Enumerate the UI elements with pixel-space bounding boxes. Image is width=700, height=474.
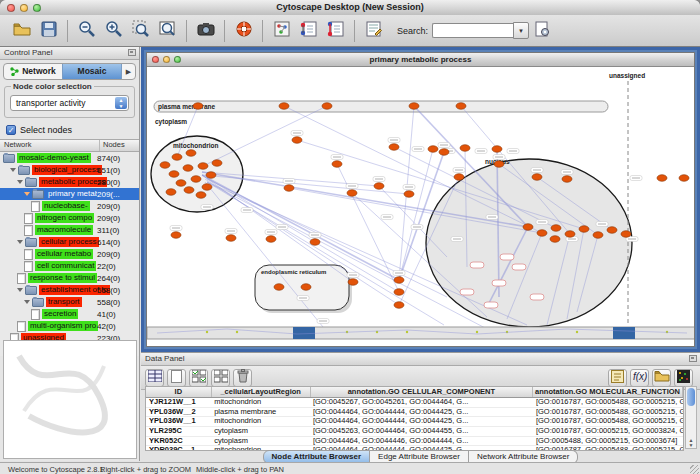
select-nodes-checkbox[interactable]: ✓ bbox=[6, 125, 16, 135]
table-cell[interactable]: [GO:0005488, GO:0005215, GO:0003674] bbox=[533, 437, 683, 446]
network-node[interactable] bbox=[198, 163, 208, 170]
network-node[interactable] bbox=[169, 171, 179, 178]
network-node[interactable] bbox=[284, 185, 294, 192]
table-row[interactable]: YPL036W__2plasma membrane[GO:0044464, GO… bbox=[146, 408, 683, 418]
function-builder-button[interactable]: f(x) bbox=[630, 369, 649, 387]
tree-row-cell-communicat[interactable]: cell communicat22(0) bbox=[0, 260, 139, 272]
network-node[interactable] bbox=[565, 231, 575, 238]
search-input[interactable] bbox=[432, 23, 513, 38]
table-cell[interactable]: [GO:0016787, GO:0005488, GO:0005215, G..… bbox=[533, 398, 683, 407]
network-node[interactable] bbox=[523, 224, 533, 231]
expander-icon[interactable] bbox=[24, 300, 30, 304]
tree-row-primary-metabo[interactable]: primary metabo209(... bbox=[0, 188, 139, 200]
network-node[interactable] bbox=[394, 289, 404, 296]
table-cell[interactable]: YPL036W__2 bbox=[146, 408, 211, 417]
search-dropdown-button[interactable]: ▼ bbox=[513, 22, 529, 39]
network-node[interactable] bbox=[456, 103, 466, 110]
table-row[interactable]: YPL036W__1mitochondrion[GO:0044464, GO:0… bbox=[146, 417, 683, 427]
network-node[interactable] bbox=[374, 183, 384, 190]
tree-col-network[interactable]: Network bbox=[0, 140, 100, 151]
node-attribute-tool-button[interactable] bbox=[296, 18, 321, 43]
network-node[interactable] bbox=[550, 236, 560, 243]
network-node[interactable] bbox=[347, 190, 357, 197]
network-node[interactable] bbox=[579, 226, 589, 233]
network-node[interactable] bbox=[404, 191, 414, 198]
network-node[interactable] bbox=[183, 165, 193, 172]
table-cell[interactable]: mitochondrion bbox=[211, 398, 310, 407]
table-cell[interactable]: [GO:0044464, GO:0044444, GO:0044425, G..… bbox=[310, 417, 533, 426]
node-color-combobox[interactable]: transporter activity ▲▼ bbox=[10, 95, 129, 111]
table-cell[interactable]: [GO:0045267, GO:0045261, GO:0044464, G..… bbox=[310, 398, 533, 407]
network-node[interactable] bbox=[439, 149, 449, 156]
table-cell[interactable]: [GO:0045263, GO:0044464, GO:0044455, G..… bbox=[310, 427, 533, 436]
tab-scroll-right-button[interactable]: ▶ bbox=[122, 68, 135, 76]
table-cell[interactable]: cytoplasm bbox=[211, 427, 310, 436]
zoom-fit-button[interactable] bbox=[155, 18, 180, 43]
table-cell[interactable]: YKR052C bbox=[146, 437, 211, 446]
table-row[interactable]: YLR295Ccytoplasm[GO:0045263, GO:0044464,… bbox=[146, 427, 683, 437]
network-node[interactable] bbox=[191, 176, 201, 183]
network-node[interactable] bbox=[206, 172, 216, 179]
edge-attribute-tool-button[interactable] bbox=[323, 18, 348, 43]
network-node[interactable] bbox=[460, 145, 470, 152]
table-cell[interactable]: YLR295C bbox=[146, 427, 211, 436]
network-node[interactable] bbox=[212, 160, 222, 167]
tree-row-biological-process[interactable]: biological_process651(0) bbox=[0, 164, 139, 176]
tree-row-nitrogen-compo[interactable]: nitrogen compo209(0) bbox=[0, 212, 139, 224]
tree-row-transport[interactable]: transport558(0) bbox=[0, 296, 139, 308]
network-node[interactable] bbox=[562, 176, 572, 183]
expander-icon[interactable] bbox=[17, 288, 23, 292]
network-node[interactable] bbox=[160, 162, 170, 169]
tree-row-metabolic-process[interactable]: metabolic process280(0) bbox=[0, 176, 139, 188]
network-node[interactable] bbox=[389, 144, 399, 151]
network-node[interactable] bbox=[332, 161, 342, 168]
network-node[interactable] bbox=[292, 137, 302, 144]
tree-row-secretion[interactable]: secretion41(0) bbox=[0, 308, 139, 320]
open-file-button[interactable] bbox=[9, 18, 34, 43]
expander-icon[interactable] bbox=[17, 180, 23, 184]
expander-icon[interactable] bbox=[17, 240, 23, 244]
table-row[interactable]: YKR052Ccytoplasm[GO:0044464, GO:0044446,… bbox=[146, 437, 683, 447]
delete-attribute-button[interactable] bbox=[233, 369, 252, 387]
table-cell[interactable]: [GO:0044464, GO:0044446, GO:0044444, G..… bbox=[310, 437, 533, 446]
tree-row-response-to-stimul[interactable]: response to stimul264(0) bbox=[0, 272, 139, 284]
tab-network[interactable]: Network bbox=[4, 64, 62, 79]
import-attributes-button[interactable] bbox=[652, 369, 671, 387]
table-scrollbar[interactable]: ▲▼ bbox=[685, 386, 697, 449]
network-node[interactable] bbox=[492, 146, 502, 153]
table-cell[interactable]: mitochondrion bbox=[211, 417, 310, 426]
network-node[interactable] bbox=[394, 302, 404, 309]
network-node[interactable] bbox=[593, 232, 603, 239]
network-node[interactable] bbox=[322, 103, 332, 110]
float-panel-icon[interactable] bbox=[128, 49, 136, 56]
network-node[interactable] bbox=[679, 175, 689, 182]
network-node[interactable] bbox=[172, 154, 182, 161]
column-header[interactable]: annotation.GO CELLULAR_COMPONENT bbox=[311, 387, 533, 397]
network-node[interactable] bbox=[607, 227, 617, 234]
network-node[interactable] bbox=[657, 175, 667, 182]
tree-col-nodes[interactable]: Nodes bbox=[100, 140, 139, 151]
network-node[interactable] bbox=[274, 284, 284, 291]
table-cell[interactable]: [GO:0016787, GO:0005488, GO:0005215, G..… bbox=[533, 408, 683, 417]
column-header[interactable]: _cellularLayoutRegion bbox=[212, 387, 311, 397]
table-cell[interactable]: [GO:0044464, GO:0044444, GO:0044425, G..… bbox=[310, 408, 533, 417]
network-node[interactable] bbox=[537, 230, 547, 237]
tree-row-multi-organism-pro[interactable]: multi-organism pro42(0) bbox=[0, 320, 139, 332]
select-attributes-button[interactable] bbox=[189, 369, 208, 387]
search-config-button[interactable] bbox=[530, 18, 555, 43]
column-header[interactable]: ID bbox=[146, 387, 212, 397]
tree-row-mosaic-demo-yeast[interactable]: mosaic-demo-yeast874(0) bbox=[0, 152, 139, 164]
network-node[interactable] bbox=[279, 103, 289, 110]
network-node[interactable] bbox=[532, 174, 542, 181]
save-session-button[interactable] bbox=[36, 18, 61, 43]
unselect-attributes-button[interactable] bbox=[211, 369, 230, 387]
network-window-titlebar[interactable]: primary metabolic process bbox=[147, 53, 694, 67]
network-node[interactable] bbox=[266, 236, 276, 243]
attribute-table-button[interactable] bbox=[145, 369, 164, 387]
network-node[interactable] bbox=[184, 187, 194, 194]
tree-row-nucleobase-[interactable]: nucleobase-209(0) bbox=[0, 200, 139, 212]
network-overview-button[interactable] bbox=[269, 18, 294, 43]
table-cell[interactable]: [GO:0016787, GO:0005215, GO:0003824, G..… bbox=[533, 427, 683, 436]
table-row[interactable]: YJR121W__1mitochondrion[GO:0045267, GO:0… bbox=[146, 398, 683, 408]
network-node[interactable] bbox=[196, 192, 206, 199]
